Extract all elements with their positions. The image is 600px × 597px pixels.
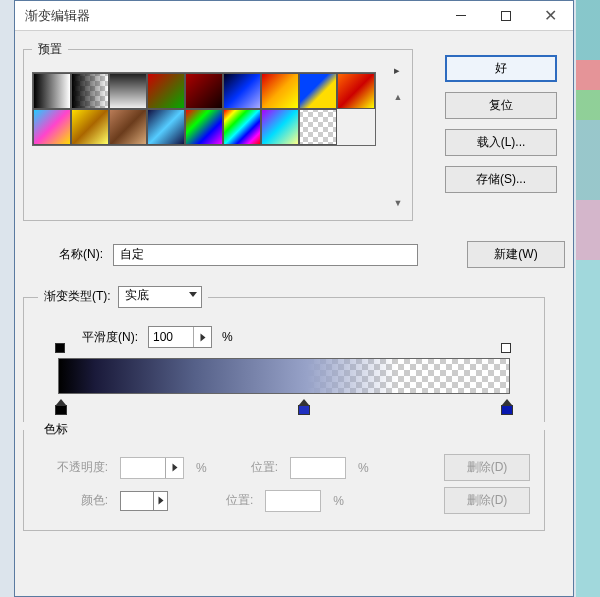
gradient-bar[interactable] [58,358,510,394]
opacity-stepper [165,458,183,478]
opacity-position-unit: % [358,461,369,475]
color-delete-button: 删除(D) [444,487,530,514]
preset-swatch[interactable] [185,109,223,145]
preset-swatch[interactable] [33,73,71,109]
preset-swatch[interactable] [261,73,299,109]
smoothness-unit: % [222,330,233,344]
preset-swatch[interactable] [109,109,147,145]
preset-swatch[interactable] [147,73,185,109]
chevron-right-icon [153,492,167,510]
preset-swatch[interactable] [109,73,147,109]
opacity-label: 不透明度: [38,459,108,476]
opacity-stop[interactable] [55,343,67,355]
presets-scroll-down[interactable]: ▼ [390,198,406,212]
load-button[interactable]: 载入(L)... [445,129,557,156]
color-position-input [265,490,321,512]
titlebar[interactable]: 渐变编辑器 ✕ [15,1,573,31]
preset-swatch[interactable] [33,109,71,145]
minimize-button[interactable] [438,1,483,30]
stops-group: 色标 不透明度: % 位置: % 删除(D) 颜色: [23,421,545,531]
presets-legend: 预置 [32,41,68,58]
color-position-unit: % [333,494,344,508]
smoothness-label: 平滑度(N): [38,329,138,346]
opacity-delete-button: 删除(D) [444,454,530,481]
chevron-down-icon [189,292,197,297]
minimize-icon [456,15,466,16]
presets-group: 预置 ▸ ▲ ▼ [23,41,413,221]
save-button[interactable]: 存储(S)... [445,166,557,193]
opacity-position-input [290,457,346,479]
preset-swatch[interactable] [71,73,109,109]
color-stop[interactable] [501,399,513,411]
color-position-label: 位置: [226,492,253,509]
color-label: 颜色: [38,492,108,509]
gradient-type-label: 渐变类型(T): [44,289,111,303]
reset-button[interactable]: 复位 [445,92,557,119]
maximize-icon [501,11,511,21]
preset-swatch[interactable] [299,73,337,109]
gradient-editor-window: 渐变编辑器 ✕ 预置 ▸ ▲ ▼ [14,0,574,597]
stops-legend: 色标 [38,421,74,438]
background-window-strip [576,0,600,597]
smoothness-stepper[interactable] [193,327,211,347]
new-button[interactable]: 新建(W) [467,241,565,268]
smoothness-value[interactable] [149,327,193,347]
opacity-unit: % [196,461,207,475]
preset-swatch[interactable] [185,73,223,109]
close-button[interactable]: ✕ [528,1,573,30]
preset-swatch[interactable] [147,109,185,145]
close-icon: ✕ [544,8,557,24]
color-stop[interactable] [55,399,67,411]
maximize-button[interactable] [483,1,528,30]
gradient-type-group: 渐变类型(T): 实底 平滑度(N): % [23,286,545,422]
color-swatch-picker [120,491,168,511]
gradient-type-value: 实底 [125,288,149,302]
opacity-input [120,457,184,479]
presets-flyout-button[interactable]: ▸ [388,64,406,78]
opacity-position-label: 位置: [251,459,278,476]
name-label: 名称(N): [23,246,103,263]
window-title: 渐变编辑器 [25,7,438,25]
smoothness-input[interactable] [148,326,212,348]
presets-scroll-up[interactable]: ▲ [390,92,406,106]
preset-swatch[interactable] [299,109,337,145]
preset-swatch[interactable] [261,109,299,145]
preset-swatch[interactable] [71,109,109,145]
preset-swatch[interactable] [223,109,261,145]
opacity-stop[interactable] [501,343,513,355]
preset-swatch[interactable] [223,73,261,109]
ok-button[interactable]: 好 [445,55,557,82]
name-input[interactable] [113,244,418,266]
gradient-type-select[interactable]: 实底 [118,286,202,308]
preset-swatch-grid [32,72,376,146]
color-stop[interactable] [298,399,310,411]
preset-swatch[interactable] [337,73,375,109]
